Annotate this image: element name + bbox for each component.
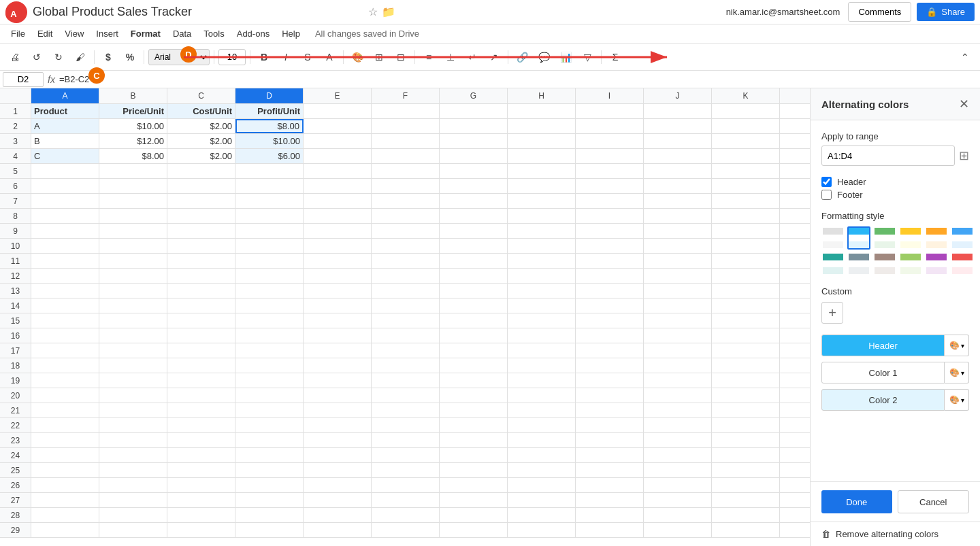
cell-a-6[interactable] (31, 179, 99, 193)
cancel-button[interactable]: Cancel (898, 490, 970, 513)
cell-i-29[interactable] (576, 523, 644, 537)
cell-b-5[interactable] (99, 164, 167, 178)
style-swatch-green[interactable] (873, 226, 896, 250)
comment-button[interactable]: 💬 (534, 48, 553, 67)
cell-j-24[interactable] (644, 448, 712, 462)
cell-f-21[interactable] (372, 403, 440, 417)
cell-c-17[interactable] (167, 343, 235, 358)
cell-reference-input[interactable]: D2 (3, 72, 44, 87)
cell-k-9[interactable] (712, 224, 780, 238)
cell-g-18[interactable] (440, 358, 508, 373)
cell-k-14[interactable] (712, 298, 780, 313)
cell-c-13[interactable] (167, 284, 235, 298)
cell-f2[interactable] (372, 119, 440, 133)
style-swatch-tan[interactable] (873, 252, 896, 275)
cell-g-29[interactable] (440, 523, 508, 537)
cell-k-11[interactable] (712, 254, 780, 268)
cell-g-5[interactable] (440, 164, 508, 178)
cell-f-24[interactable] (372, 448, 440, 462)
cell-h-13[interactable] (508, 284, 576, 298)
style-swatch-gray[interactable] (821, 226, 845, 250)
cell-c-14[interactable] (167, 298, 235, 313)
cell-e1[interactable] (304, 104, 372, 118)
cell-a-18[interactable] (31, 358, 99, 373)
cell-b-19[interactable] (99, 373, 167, 388)
cell-i-19[interactable] (576, 373, 644, 388)
cell-d-20[interactable] (235, 388, 304, 403)
cell-j-12[interactable] (644, 269, 712, 283)
cell-a2[interactable]: A (31, 119, 99, 133)
cell-d1[interactable]: Profit/Unit (235, 104, 304, 118)
menu-file[interactable]: File (5, 27, 31, 40)
valign-button[interactable]: ⊥ (441, 48, 460, 67)
cell-c-19[interactable] (167, 373, 235, 388)
cell-d-8[interactable] (235, 209, 304, 223)
cell-f-11[interactable] (372, 254, 440, 268)
cell-h-26[interactable] (508, 478, 576, 492)
cell-i-14[interactable] (576, 298, 644, 313)
row-number[interactable]: 1 B (0, 104, 31, 118)
cell-e-27[interactable] (304, 493, 372, 507)
color2-picker[interactable]: 🎨 ▾ (945, 389, 969, 411)
cell-k-7[interactable] (712, 194, 780, 208)
print-button[interactable]: 🖨 (5, 48, 24, 67)
cell-c3[interactable]: $2.00 (167, 134, 235, 148)
cell-e-24[interactable] (304, 448, 372, 462)
cell-f-17[interactable] (372, 343, 440, 358)
cell-b-9[interactable] (99, 224, 167, 238)
cell-f-16[interactable] (372, 328, 440, 343)
row-number-20[interactable]: 20 (0, 388, 31, 403)
header-color-picker[interactable]: 🎨 ▾ (945, 335, 969, 356)
cell-g2[interactable] (440, 119, 508, 133)
cell-a-12[interactable] (31, 269, 99, 283)
italic-button[interactable]: I (276, 48, 295, 67)
cell-h-9[interactable] (508, 224, 576, 238)
color1-picker[interactable]: 🎨 ▾ (945, 362, 969, 383)
cell-a-23[interactable] (31, 433, 99, 447)
row-number-5[interactable]: 5 (0, 164, 31, 178)
cell-k-15[interactable] (712, 313, 780, 328)
cell-h-18[interactable] (508, 358, 576, 373)
cell-d-23[interactable] (235, 433, 304, 447)
row-number-22[interactable]: 22 (0, 418, 31, 432)
cell-e2[interactable] (304, 119, 372, 133)
row-number-6[interactable]: 6 (0, 179, 31, 193)
cell-e-14[interactable] (304, 298, 372, 313)
cell-h-20[interactable] (508, 388, 576, 403)
cell-k-26[interactable] (712, 478, 780, 492)
cell-c-27[interactable] (167, 493, 235, 507)
cell-f-23[interactable] (372, 433, 440, 447)
cell-c-28[interactable] (167, 508, 235, 522)
cell-j-29[interactable] (644, 523, 712, 537)
grid-select-icon[interactable]: ⊞ (959, 148, 969, 163)
cell-f3[interactable] (372, 134, 440, 148)
cell-a-7[interactable] (31, 194, 99, 208)
cell-b-22[interactable] (99, 418, 167, 432)
cell-e-9[interactable] (304, 224, 372, 238)
cell-g-22[interactable] (440, 418, 508, 432)
cell-a-20[interactable] (31, 388, 99, 403)
cell-j-10[interactable] (644, 239, 712, 253)
row-number-17[interactable]: 17 (0, 343, 31, 358)
cell-k-27[interactable] (712, 493, 780, 507)
cell-a-17[interactable] (31, 343, 99, 358)
color1-button[interactable]: Color 1 (821, 362, 945, 383)
cell-a-27[interactable] (31, 493, 99, 507)
cell-a-19[interactable] (31, 373, 99, 388)
cell-b-20[interactable] (99, 388, 167, 403)
cell-b-17[interactable] (99, 343, 167, 358)
col-header-h[interactable]: H (508, 88, 576, 103)
cell-h-11[interactable] (508, 254, 576, 268)
cell-i-18[interactable] (576, 358, 644, 373)
cell-h-27[interactable] (508, 493, 576, 507)
cell-e-10[interactable] (304, 239, 372, 253)
cell-i-7[interactable] (576, 194, 644, 208)
row-number-25[interactable]: 25 (0, 463, 31, 477)
cell-g-10[interactable] (440, 239, 508, 253)
cell-i-8[interactable] (576, 209, 644, 223)
cell-d-7[interactable] (235, 194, 304, 208)
fill-color-button[interactable]: 🎨 (348, 48, 367, 67)
cell-h-6[interactable] (508, 179, 576, 193)
row-number-28[interactable]: 28 (0, 508, 31, 522)
row-number-27[interactable]: 27 (0, 493, 31, 507)
